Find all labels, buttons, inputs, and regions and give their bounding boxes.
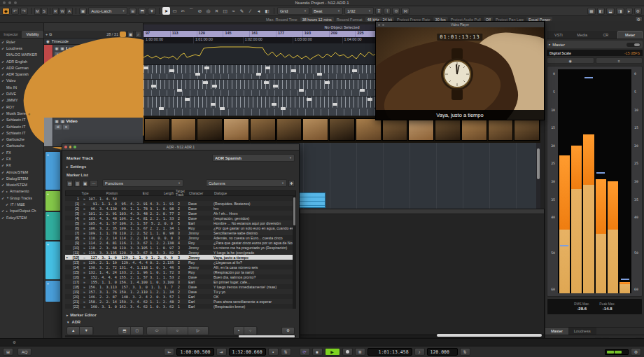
track-button-id[interactable]: id [55, 125, 62, 130]
pre-roll-icon[interactable]: ≣ [355, 348, 365, 356]
check-icon[interactable]: ✓ [1, 216, 6, 220]
duplicate-track-icon[interactable]: ⧉ [49, 32, 52, 37]
adr-marker[interactable] [360, 89, 365, 92]
visibility-item-fx[interactable]: ✓FX [0, 149, 43, 155]
r-state-button[interactable]: R [52, 8, 59, 15]
adr-marker[interactable] [185, 98, 190, 101]
tempo-note-icon[interactable]: ♪ [414, 348, 425, 356]
video-thumbnail[interactable] [302, 118, 328, 141]
marker-row[interactable]: [18]»156. 1. 3.113157. 3. 1. 01. 1. 1. 7… [65, 284, 293, 289]
track-header-adr-spanish[interactable]: ⊂⊃⚑ADR SpanisheDetailsCycleZoom [44, 99, 143, 118]
adr-horizontal-scrollbar[interactable] [65, 335, 296, 337]
visibility-item-music-stem[interactable]: ✓Music/STEM [0, 182, 43, 188]
check-icon[interactable]: ✓ [1, 40, 6, 44]
visibility-item-dialog-marker[interactable]: DIALOG MARKER [0, 52, 43, 58]
check-icon[interactable]: ✓ [1, 46, 6, 50]
left-locator-field[interactable]: 1:00:00.500 [176, 348, 214, 356]
tab-vsti[interactable]: VSTi [547, 31, 570, 38]
transport-grid-icon[interactable]: ⊞ [3, 348, 13, 356]
split-tool[interactable]: ✂ [179, 7, 187, 15]
video-thumbnail[interactable] [356, 118, 382, 141]
track-stub[interactable]: + [46, 191, 60, 211]
marker-row[interactable]: [2]»96. 3. 4.13099. 1. 1. 783. 1. 0. 982… [65, 206, 293, 211]
marker-row[interactable]: [4]»103. 4. 3. 48106. 2. 4. 812. 2. 1. 3… [65, 216, 293, 220]
video-player-titlebar[interactable]: Video Player [376, 22, 544, 27]
adr-marker[interactable] [317, 73, 322, 76]
quantize-select[interactable]: 1/32 ▼ [344, 7, 374, 15]
object-selection-tool[interactable]: ➤ [162, 7, 170, 15]
meter-reset-icon[interactable]: ◉ [547, 57, 594, 64]
settings-section[interactable]: ▸ Settings [66, 164, 86, 169]
hub-icon[interactable]: ◆ [2, 8, 10, 15]
video-thumbnail[interactable] [144, 118, 170, 141]
check-icon[interactable]: ✓ [1, 137, 6, 141]
video-thumbnail[interactable] [250, 118, 276, 141]
check-icon[interactable]: ✓ [1, 125, 6, 129]
check-icon[interactable]: ✓ [1, 183, 6, 187]
adr-marker[interactable] [177, 89, 182, 92]
tab-meter[interactable]: Meter [617, 31, 643, 38]
check-icon[interactable]: ✓ [1, 111, 6, 115]
adr-marker[interactable] [169, 69, 174, 72]
undo-icon[interactable]: ↶ [11, 8, 19, 15]
check-icon[interactable]: ✓ [1, 150, 6, 155]
transport-gear-icon[interactable]: ⚙ [631, 348, 641, 356]
redo-icon[interactable]: ↷ [20, 8, 28, 15]
visibility-item-fx[interactable]: ✓FX [0, 162, 43, 169]
take-nav-[interactable]: ▲ [67, 327, 80, 335]
video-thumbnail[interactable] [171, 118, 197, 141]
erase-tool[interactable]: ⊘ [196, 7, 204, 15]
mute-tool[interactable]: ✕ [213, 7, 220, 15]
color-tool[interactable]: ◧ [263, 7, 271, 15]
track-stub[interactable]: + [46, 241, 60, 279]
check-icon[interactable]: ✓ [1, 59, 6, 64]
check-icon[interactable]: ✓ [1, 196, 6, 200]
adr-marker[interactable] [307, 98, 312, 101]
marker-row[interactable]: [13]»129. 2. 1. 19129. 4. 4. 40. 2. 2.13… [65, 260, 293, 265]
play-button[interactable]: ▶ [325, 348, 340, 356]
adr-marker[interactable] [256, 73, 261, 76]
col-character[interactable]: Character [183, 192, 213, 195]
adr-setup-gear-icon[interactable]: ⚙ [281, 327, 295, 335]
marker-row[interactable]: [21]»158. 2. 2. 14159. 3. 4. 621. 1. 2. … [65, 299, 293, 304]
marker-table-scrollbar[interactable] [293, 196, 296, 309]
video-thumbnail[interactable] [435, 118, 461, 141]
line-tool[interactable]: ∕ [246, 7, 254, 15]
check-icon[interactable]: ✓ [1, 78, 6, 83]
auto-select-icon[interactable]: ▣ [82, 180, 88, 187]
lower-zone-icon[interactable]: ⬓ [606, 8, 615, 15]
m-state-button[interactable]: M [34, 8, 41, 15]
adr-marker[interactable] [159, 107, 164, 110]
master-section-header[interactable]: ▸ Master [547, 41, 643, 48]
marker-row[interactable]: [16]»152. 4. 4. 4155. 2. 1. 573. 1. 1. 5… [65, 274, 293, 279]
track-stub[interactable]: + [46, 281, 60, 302]
expand-icon[interactable]: ▸ [549, 43, 550, 46]
track-stub[interactable]: + [46, 152, 60, 190]
col-length[interactable]: Length [150, 192, 176, 195]
right-locator-field[interactable]: 1:32:00.660 [229, 348, 266, 356]
workspace-icon[interactable]: ⬒ [138, 8, 146, 15]
right-zone-icon[interactable]: ◨ [616, 8, 624, 15]
check-icon[interactable]: ✓ [1, 72, 6, 76]
marker-row[interactable]: [9]»114. 2. 4. 81116. 1. 3. 671. 2. 2.13… [65, 240, 293, 245]
range-selection-tool[interactable]: ▭ [171, 7, 178, 15]
check-icon[interactable]: ✓ [1, 176, 6, 181]
marker-row[interactable]: 1»107. 1. 4. 54 [65, 196, 293, 201]
visibility-item-input-output-ch[interactable]: ✓▸Input/Output Ch [0, 208, 43, 214]
track-button-[interactable]: ✕ [63, 125, 70, 130]
visibility-item-foley-stem[interactable]: ✓Foley/STEM [0, 214, 43, 220]
comp-tool[interactable]: ◫ [221, 7, 229, 15]
primary-time-display[interactable]: 1:01:13.458 [368, 348, 412, 356]
col-position[interactable]: Position [89, 192, 120, 195]
col-type[interactable]: Type [81, 192, 89, 195]
check-icon[interactable]: ✓ [6, 202, 10, 206]
adr-option-button[interactable]: ⁘ [244, 327, 257, 335]
adr-transport-button[interactable]: ○ [167, 327, 188, 335]
col-dialogue[interactable]: Dialogue [213, 192, 295, 195]
adr-marker[interactable] [151, 85, 156, 88]
filter-takes-icon[interactable]: ▤ [66, 180, 73, 187]
adr-marker[interactable] [325, 81, 330, 84]
swap-locators-icon[interactable]: ⇅ [281, 348, 291, 356]
snap-grid-select[interactable]: Grid ▼ [277, 7, 309, 15]
meter-hold-icon[interactable]: ≡ [596, 57, 643, 64]
